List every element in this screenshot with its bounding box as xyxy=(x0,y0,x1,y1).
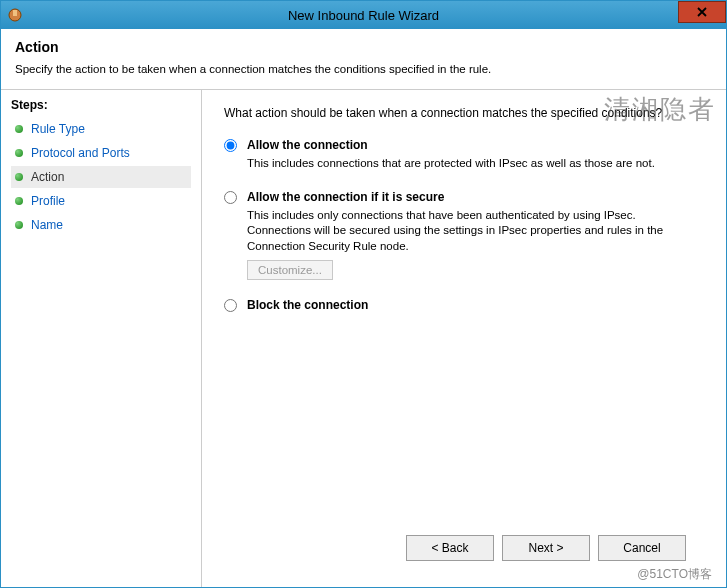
page-header: Action Specify the action to be taken wh… xyxy=(1,29,726,89)
bullet-icon xyxy=(15,197,23,205)
cancel-button[interactable]: Cancel xyxy=(598,535,686,561)
titlebar: New Inbound Rule Wizard xyxy=(1,1,726,29)
step-name[interactable]: Name xyxy=(11,214,191,236)
step-rule-type[interactable]: Rule Type xyxy=(11,118,191,140)
option-block-row[interactable]: Block the connection xyxy=(224,298,704,312)
step-action[interactable]: Action xyxy=(11,166,191,188)
option-allow-label: Allow the connection xyxy=(247,138,368,152)
page-subtitle: Specify the action to be taken when a co… xyxy=(15,63,712,75)
steps-heading: Steps: xyxy=(11,98,191,112)
main-panel: 清湘隐者 What action should be taken when a … xyxy=(202,90,726,587)
window-title: New Inbound Rule Wizard xyxy=(1,8,726,23)
step-link: Rule Type xyxy=(31,122,85,136)
wizard-body: Steps: Rule Type Protocol and Ports Acti… xyxy=(1,89,726,587)
step-link: Profile xyxy=(31,194,65,208)
next-button[interactable]: Next > xyxy=(502,535,590,561)
action-prompt: What action should be taken when a conne… xyxy=(224,106,704,120)
option-allow-secure-desc: This includes only connections that have… xyxy=(247,208,687,255)
bullet-icon xyxy=(15,149,23,157)
steps-sidebar: Steps: Rule Type Protocol and Ports Acti… xyxy=(1,90,201,587)
bullet-icon xyxy=(15,221,23,229)
option-allow-secure-row[interactable]: Allow the connection if it is secure xyxy=(224,190,704,204)
customize-button: Customize... xyxy=(247,260,333,280)
wizard-footer: < Back Next > Cancel xyxy=(224,525,704,577)
option-allow-row[interactable]: Allow the connection xyxy=(224,138,704,152)
bullet-icon xyxy=(15,125,23,133)
close-button[interactable] xyxy=(678,1,726,23)
step-profile[interactable]: Profile xyxy=(11,190,191,212)
radio-allow[interactable] xyxy=(224,139,237,152)
radio-allow-secure[interactable] xyxy=(224,191,237,204)
option-block: Block the connection xyxy=(224,298,704,312)
step-link: Name xyxy=(31,218,63,232)
back-button[interactable]: < Back xyxy=(406,535,494,561)
option-allow-secure: Allow the connection if it is secure Thi… xyxy=(224,190,704,281)
step-link: Protocol and Ports xyxy=(31,146,130,160)
step-link: Action xyxy=(31,170,64,184)
option-allow: Allow the connection This includes conne… xyxy=(224,138,704,172)
close-icon xyxy=(697,7,707,17)
wizard-window: New Inbound Rule Wizard Action Specify t… xyxy=(0,0,727,588)
option-allow-desc: This includes connections that are prote… xyxy=(247,156,687,172)
page-title: Action xyxy=(15,39,712,55)
option-allow-secure-label: Allow the connection if it is secure xyxy=(247,190,444,204)
bullet-icon xyxy=(15,173,23,181)
option-block-label: Block the connection xyxy=(247,298,368,312)
radio-block[interactable] xyxy=(224,299,237,312)
step-protocol-ports[interactable]: Protocol and Ports xyxy=(11,142,191,164)
